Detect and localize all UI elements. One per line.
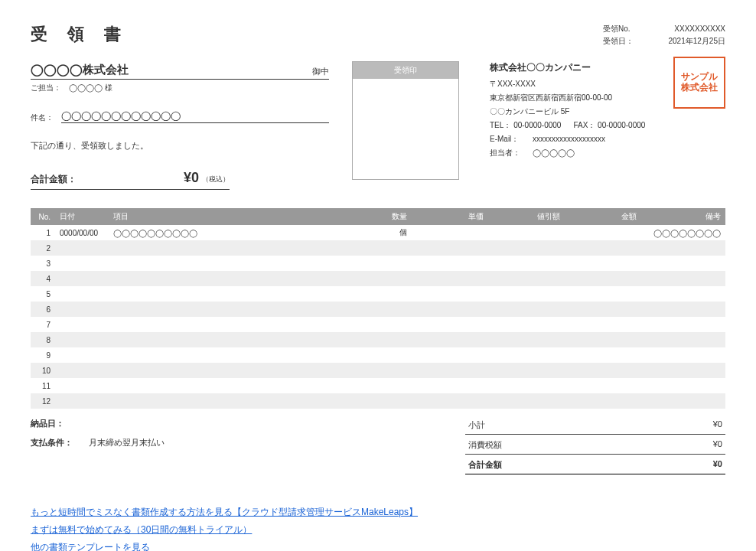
company-seal: サンプル株式会社 — [673, 57, 725, 109]
table-row: 10 — [31, 363, 725, 378]
cell-qty — [358, 363, 412, 378]
cell-no: 9 — [31, 347, 55, 363]
fax-label: FAX： — [573, 121, 595, 129]
cell-no: 2 — [31, 240, 55, 256]
cell-note — [641, 271, 725, 286]
cell-note — [641, 332, 725, 347]
cell-unitp — [412, 378, 488, 393]
cell-no: 4 — [31, 271, 55, 286]
email-value: xxxxxxxxxxxxxxxxxxx — [533, 132, 605, 146]
cell-unitp — [412, 302, 488, 317]
contact-label: ご担当： — [31, 83, 61, 93]
meta-no-value: XXXXXXXXXX — [657, 23, 725, 35]
terms-label: 支払条件： — [31, 437, 80, 448]
doc-title: 受 領 書 — [31, 23, 129, 46]
cell-unitp — [412, 393, 488, 409]
cell-no: 11 — [31, 378, 55, 393]
cell-note — [641, 378, 725, 393]
grand-value: ¥0 — [713, 459, 722, 471]
cell-disc — [488, 256, 565, 271]
total-label: 合計金額： — [31, 173, 184, 186]
th-amt: 金額 — [565, 208, 641, 225]
receipt-note: 下記の通り、受領致しました。 — [31, 140, 329, 152]
cell-qty — [358, 378, 412, 393]
link-1[interactable]: もっと短時間でミスなく書類作成する方法を見る【クラウド型請求管理サービスMake… — [31, 507, 418, 517]
cell-qty — [358, 347, 412, 363]
cell-unitp — [412, 363, 488, 378]
cell-disc — [488, 225, 565, 240]
cell-date — [55, 302, 109, 317]
fax-value: 00-0000-0000 — [598, 121, 645, 129]
cell-amt — [565, 393, 641, 409]
cell-qty — [358, 393, 412, 409]
cell-item — [109, 393, 358, 409]
cell-amt — [565, 225, 641, 240]
tel-label: TEL： — [490, 121, 511, 129]
cell-no: 10 — [31, 363, 55, 378]
cell-amt — [565, 302, 641, 317]
cell-note — [641, 286, 725, 302]
th-no: No. — [31, 208, 55, 225]
footer-links: もっと短時間でミスなく書類作成する方法を見る【クラウド型請求管理サービスMake… — [31, 504, 725, 551]
table-row: 4 — [31, 271, 725, 286]
link-3[interactable]: 他の書類テンプレートを見る — [31, 542, 150, 551]
table-row: 5 — [31, 286, 725, 302]
cell-disc — [488, 363, 565, 378]
table-row: 12 — [31, 393, 725, 409]
cell-item — [109, 363, 358, 378]
client-honorific: 御中 — [312, 66, 329, 77]
cell-no: 12 — [31, 393, 55, 409]
cell-qty — [358, 286, 412, 302]
subtotal-label: 小計 — [468, 419, 485, 431]
cell-amt — [565, 317, 641, 332]
th-unitp: 単価 — [412, 208, 488, 225]
cell-unitp — [412, 347, 488, 363]
cell-date — [55, 363, 109, 378]
table-row: 11 — [31, 378, 725, 393]
cell-date — [55, 271, 109, 286]
cell-qty: 個 — [358, 225, 412, 240]
link-2[interactable]: まずは無料で始めてみる（30日間の無料トライアル） — [31, 524, 252, 535]
cell-amt — [565, 347, 641, 363]
cell-no: 7 — [31, 317, 55, 332]
cell-item — [109, 332, 358, 347]
client-name-row: ◯◯◯◯株式会社 御中 — [31, 61, 329, 80]
cell-amt — [565, 256, 641, 271]
meta-date-label: 受領日： — [603, 35, 641, 47]
th-qty: 数量 — [358, 208, 412, 225]
table-row: 2 — [31, 240, 725, 256]
meta-box: 受領No. XXXXXXXXXX 受領日： 2021年12月25日 — [603, 23, 725, 47]
cell-unitp — [412, 256, 488, 271]
stamp-header: 受領印 — [353, 62, 458, 79]
cell-item — [109, 302, 358, 317]
cell-date — [55, 332, 109, 347]
cell-note — [641, 317, 725, 332]
cell-date — [55, 347, 109, 363]
cell-unitp — [412, 286, 488, 302]
cell-no: 6 — [31, 302, 55, 317]
cell-disc — [488, 271, 565, 286]
th-item: 項目 — [109, 208, 358, 225]
cell-note: ◯◯◯◯◯◯◯◯ — [641, 225, 725, 240]
table-row: 6 — [31, 302, 725, 317]
cell-no: 8 — [31, 332, 55, 347]
cell-item: ◯◯◯◯◯◯◯◯◯◯ — [109, 225, 358, 240]
cell-date — [55, 240, 109, 256]
cell-unitp — [412, 240, 488, 256]
subject-label: 件名： — [31, 112, 54, 123]
cell-qty — [358, 271, 412, 286]
cell-item — [109, 240, 358, 256]
cell-disc — [488, 347, 565, 363]
cell-item — [109, 271, 358, 286]
cell-qty — [358, 302, 412, 317]
cell-no: 5 — [31, 286, 55, 302]
cell-note — [641, 302, 725, 317]
cell-amt — [565, 286, 641, 302]
subtotal-value: ¥0 — [713, 419, 722, 431]
client-name: ◯◯◯◯株式会社 — [31, 63, 129, 77]
cell-qty — [358, 317, 412, 332]
contact-value: ◯◯◯◯ 様 — [69, 83, 112, 93]
cell-disc — [488, 393, 565, 409]
cell-unitp — [412, 317, 488, 332]
taxamt-value: ¥0 — [713, 439, 722, 451]
